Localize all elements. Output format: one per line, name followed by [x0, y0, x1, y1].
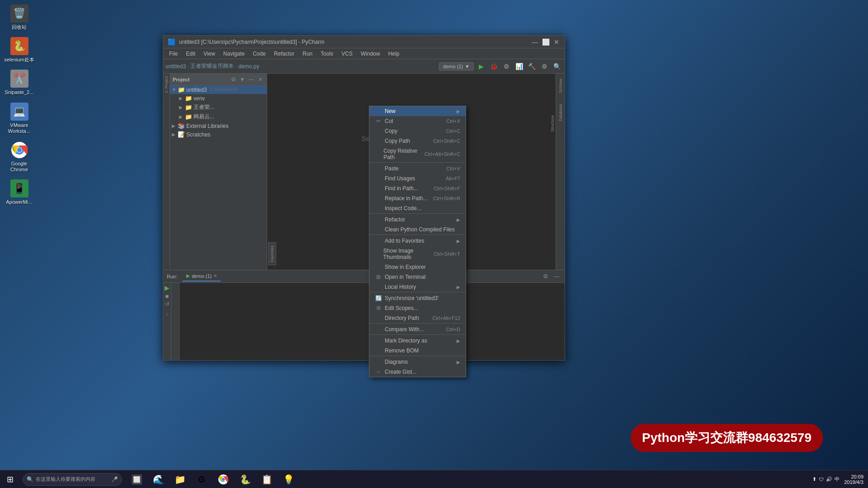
vmware-icon[interactable]: 💻 VMware Worksta...: [2, 103, 36, 134]
ctx-clean-python[interactable]: Clean Python Compiled Files: [369, 225, 466, 235]
tree-arrow-icon: ▶: [179, 96, 184, 101]
pycharm-window: 🟦 untitled3 [C:\Users\pc\PycharmProjects…: [163, 35, 565, 361]
ctx-new[interactable]: New ▶: [369, 106, 466, 116]
database-label[interactable]: Database: [557, 101, 564, 124]
project-panel-header: Project ⚙ ▼ — ✕: [170, 74, 267, 85]
recycle-bin-icon[interactable]: 🗑️ 回收站: [2, 5, 36, 30]
menu-navigate[interactable]: Navigate: [220, 50, 248, 58]
panel-close-icon[interactable]: ✕: [257, 76, 264, 83]
ctx-paste[interactable]: Paste Ctrl+V: [369, 164, 466, 174]
tray-ime-icon: 中: [835, 476, 840, 483]
ctx-add-favorites[interactable]: Add to Favorites ▶: [369, 236, 466, 246]
breadcrumb-folder[interactable]: 王者荣耀金币脚本: [190, 62, 234, 70]
ctx-inspect-code[interactable]: Inspect Code...: [369, 203, 466, 214]
search-toolbar-button[interactable]: 🔍: [552, 61, 562, 72]
tree-arrow-icon: ▶: [172, 123, 176, 128]
run-scroll-end-button[interactable]: ↓: [166, 311, 169, 316]
menu-file[interactable]: File: [165, 50, 181, 58]
profile-button[interactable]: 📊: [514, 61, 524, 72]
selenium-icon[interactable]: 🐍 selenium处本: [2, 37, 36, 63]
run-button[interactable]: ▶: [476, 61, 486, 72]
menu-window[interactable]: Window: [357, 50, 384, 58]
taskbar-chrome[interactable]: [213, 470, 233, 488]
google-chrome-icon[interactable]: Google Chrome: [2, 141, 36, 173]
run-label: Run:: [167, 274, 177, 279]
menu-view[interactable]: View: [200, 50, 219, 58]
taskbar-settings[interactable]: ⚙: [192, 470, 212, 488]
menu-edit[interactable]: Edit: [182, 50, 199, 58]
taskbar-app6[interactable]: 📋: [257, 470, 277, 488]
window-title: untitled3 [C:\Users\pc\PycharmProjects\u…: [179, 39, 531, 45]
run-rerun-button[interactable]: ↺: [165, 301, 170, 307]
menu-help[interactable]: Help: [385, 50, 403, 58]
ctx-cut[interactable]: ✂ Cut Ctrl+X: [369, 116, 466, 126]
context-menu: New ▶ ✂ Cut Ctrl+X Copy Ctrl+C Copy Path…: [369, 106, 466, 270]
project-tab-label[interactable]: 1: Project: [164, 76, 169, 93]
sciview-label[interactable]: SciView: [557, 76, 564, 96]
ctx-find-in-path[interactable]: Find in Path... Ctrl+Shift+F: [369, 183, 466, 193]
taskbar: ⊞ 🔍 在这里输入你要搜索的内容 🎤 🔲 🌊 📁 ⚙ 🐍: [0, 470, 868, 488]
panel-expand-icon[interactable]: ▼: [239, 76, 246, 83]
ctx-copy-path[interactable]: Copy Path Ctrl+Shift+C: [369, 136, 466, 146]
ctx-show-image-thumbnails[interactable]: Show Image Thumbnails Ctrl+Shift+T: [369, 246, 466, 262]
tree-item-wangzhe[interactable]: ▶ 📁 王者荣...: [170, 103, 267, 112]
run-tab-icon: ▶: [186, 273, 190, 279]
close-button[interactable]: ✕: [553, 38, 560, 46]
tray-volume-icon: 🔊: [826, 476, 832, 482]
start-button[interactable]: ⊞: [0, 470, 20, 488]
taskbar-search[interactable]: 🔍 在这里输入你要搜索的内容 🎤: [23, 473, 122, 486]
structure-tab-label[interactable]: Structure: [549, 113, 556, 135]
ctx-find-usages[interactable]: Find Usages Alt+F7: [369, 174, 466, 183]
breadcrumb-project[interactable]: untitled3: [165, 63, 186, 70]
debug-button[interactable]: 🐞: [488, 61, 499, 72]
taskbar-pycharm[interactable]: 🐍: [235, 470, 255, 488]
folder-icon: 📁: [185, 113, 192, 120]
breadcrumb-file[interactable]: demo.py: [238, 63, 259, 70]
panel-gear-icon[interactable]: ⚙: [230, 76, 237, 83]
tree-item-external[interactable]: ▶ 📚 External Libraries: [170, 122, 267, 130]
ctx-show-in-explorer[interactable]: Show in Explorer: [369, 262, 466, 270]
taskbar-cortana[interactable]: 🔲: [127, 470, 146, 488]
ctx-refactor[interactable]: Refactor ▶: [369, 215, 466, 225]
minimize-button[interactable]: —: [531, 38, 538, 46]
menu-run[interactable]: Run: [299, 50, 316, 58]
run-side-controls-2: [171, 283, 179, 360]
tree-item-wangyiyun[interactable]: ▶ 📁 网易云...: [170, 112, 267, 122]
menu-refactor[interactable]: Refactor: [270, 50, 298, 58]
run-tab-close[interactable]: ✕: [213, 273, 217, 278]
cut-icon: ✂: [375, 118, 382, 124]
folder-icon: 📁: [185, 95, 192, 102]
tree-item-untitled3[interactable]: ▼ 📁 untitled3 C:\Users\pc\P...: [170, 85, 267, 94]
run-tab[interactable]: ▶ demo (1) ✕: [183, 271, 221, 282]
tree-item-venv[interactable]: ▶ 📁 venv: [170, 94, 267, 103]
run-stop-button[interactable]: ■: [165, 293, 169, 300]
run-configuration[interactable]: demo (1) ▼: [439, 62, 474, 70]
run-play-button[interactable]: ▶: [165, 284, 170, 291]
tree-arrow-icon: ▶: [172, 132, 176, 137]
coverage-button[interactable]: ⚙: [501, 61, 512, 72]
project-panel-title: Project: [173, 77, 228, 82]
run-settings-button[interactable]: ⚙: [541, 272, 550, 281]
menu-vcs[interactable]: VCS: [338, 50, 356, 58]
apower-icon[interactable]: 📱 ApowerMi...: [2, 179, 36, 205]
settings-button[interactable]: ⚙: [539, 61, 550, 72]
taskbar-edge[interactable]: 🌊: [148, 470, 168, 488]
svg-point-6: [222, 478, 225, 481]
run-minimize-button[interactable]: —: [552, 272, 561, 281]
snipaste-icon[interactable]: ✂️ Snipaste_2...: [2, 70, 36, 95]
menu-tools[interactable]: Tools: [317, 50, 337, 58]
favorites-tab-label[interactable]: Favorites: [268, 242, 276, 265]
taskbar-explorer[interactable]: 📁: [170, 470, 190, 488]
ctx-copy[interactable]: Copy Ctrl+C: [369, 126, 466, 136]
menu-code[interactable]: Code: [249, 50, 269, 58]
panel-collapse-icon[interactable]: —: [248, 76, 255, 83]
taskbar-app7[interactable]: 💡: [278, 470, 298, 488]
run-config-dropdown-icon[interactable]: ▼: [465, 64, 470, 69]
tray-antivirus-icon: 🛡: [819, 477, 824, 482]
folder-icon: 📁: [178, 86, 185, 93]
maximize-button[interactable]: ⬜: [542, 38, 549, 46]
tree-item-scratches[interactable]: ▶ 📝 Scratches: [170, 130, 267, 139]
ctx-copy-relative-path[interactable]: Copy Relative Path Ctrl+Alt+Shift+C: [369, 146, 466, 163]
build-button[interactable]: 🔨: [526, 61, 537, 72]
ctx-replace-in-path[interactable]: Replace in Path... Ctrl+Shift+R: [369, 193, 466, 203]
